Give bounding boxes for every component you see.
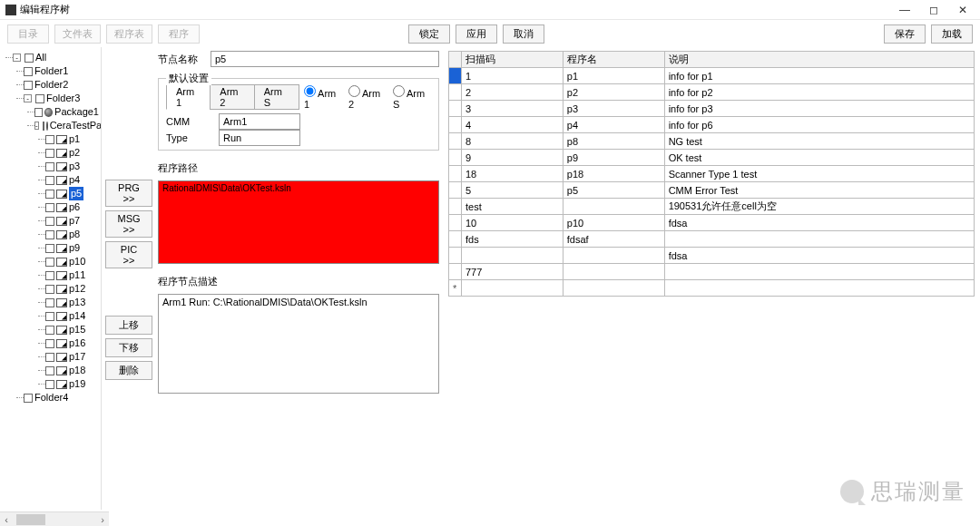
checkbox[interactable] — [45, 380, 54, 389]
col-prog[interactable]: 程序名 — [563, 52, 664, 68]
checkbox[interactable] — [45, 162, 54, 171]
filetable-button[interactable]: 文件表 — [54, 24, 101, 44]
checkbox[interactable] — [45, 203, 54, 212]
load-button[interactable]: 加载 — [931, 24, 973, 44]
checkbox[interactable] — [34, 108, 43, 117]
tree-program[interactable]: p7 — [69, 214, 80, 228]
checkbox[interactable] — [45, 326, 54, 335]
tree-program[interactable]: p4 — [69, 173, 80, 187]
tree-package[interactable]: Package1 — [54, 105, 99, 119]
tree-program[interactable]: p10 — [69, 255, 85, 268]
cmm-input[interactable] — [219, 113, 300, 130]
lock-button[interactable]: 锁定 — [408, 24, 450, 44]
tree-folder[interactable]: Folder3 — [46, 92, 80, 105]
scroll-left-icon[interactable]: ‹ — [0, 514, 13, 525]
proglist-button[interactable]: 程序表 — [106, 24, 152, 44]
checkbox[interactable] — [45, 190, 54, 199]
type-input[interactable] — [219, 130, 300, 146]
tree-program[interactable]: p5 — [69, 187, 83, 200]
checkbox[interactable] — [45, 353, 54, 362]
program-tree[interactable]: -All Folder1 Folder2 -Folder3 Package1 -… — [2, 51, 99, 404]
collapse-icon[interactable]: - — [13, 54, 21, 62]
checkbox[interactable] — [45, 149, 54, 158]
cancel-button[interactable]: 取消 — [503, 24, 544, 44]
table-row[interactable]: fdsfdsaf — [449, 231, 975, 248]
checkbox[interactable] — [45, 271, 54, 280]
data-grid[interactable]: 扫描码 程序名 说明 1p1info for p12p2info for p23… — [448, 51, 975, 297]
col-desc[interactable]: 说明 — [664, 52, 974, 68]
tree-program[interactable]: p12 — [69, 282, 85, 296]
apply-button[interactable]: 应用 — [456, 24, 497, 44]
msg-button[interactable]: MSG >> — [105, 210, 152, 238]
tree-program[interactable]: p11 — [69, 268, 85, 282]
tree-program[interactable]: p13 — [69, 296, 85, 309]
table-row[interactable]: 4p4info for p6 — [449, 117, 975, 133]
table-row[interactable]: 18p18Scanner Type 1 test — [449, 166, 975, 182]
node-name-input[interactable] — [211, 51, 439, 67]
tree-program[interactable]: p6 — [69, 200, 80, 214]
horizontal-scrollbar[interactable]: ‹ › — [0, 511, 109, 526]
arm-tab-1[interactable]: Arm 1 — [166, 84, 211, 110]
maximize-button[interactable]: ◻ — [926, 4, 942, 16]
table-row[interactable]: 3p3info for p3 — [449, 101, 975, 117]
table-row[interactable]: 5p5CMM Error Test — [449, 182, 975, 199]
checkbox[interactable] — [45, 176, 54, 185]
node-desc-box[interactable]: Arm1 Run: C:\RationalDMIS\Data\OKTest.ks… — [158, 294, 439, 394]
checkbox[interactable] — [45, 258, 54, 267]
tree-package[interactable]: CeraTestPack — [50, 119, 102, 132]
tree-program[interactable]: p19 — [69, 377, 85, 391]
prg-button[interactable]: PRG >> — [105, 180, 152, 207]
delete-button[interactable]: 删除 — [105, 361, 152, 380]
tree-program[interactable]: p17 — [69, 350, 85, 364]
tree-root[interactable]: All — [35, 51, 46, 64]
new-row[interactable]: * — [449, 280, 975, 297]
table-row[interactable]: test190531允许任意cell为空 — [449, 199, 975, 215]
movedown-button[interactable]: 下移 — [105, 338, 152, 357]
tree-program[interactable]: p3 — [69, 160, 80, 173]
scroll-right-icon[interactable]: › — [96, 514, 109, 525]
tree-program[interactable]: p18 — [69, 364, 85, 377]
checkbox[interactable] — [45, 135, 54, 144]
checkbox[interactable] — [24, 394, 33, 403]
table-row[interactable]: 9p9OK test — [449, 150, 975, 166]
scroll-thumb[interactable] — [16, 514, 45, 525]
checkbox[interactable] — [24, 54, 34, 63]
arm-tab-2[interactable]: Arm 2 — [210, 84, 254, 110]
tree-folder[interactable]: Folder4 — [34, 391, 68, 404]
tree-program[interactable]: p8 — [69, 228, 80, 241]
checkbox[interactable] — [24, 67, 33, 76]
dir-button[interactable]: 目录 — [7, 24, 49, 44]
checkbox[interactable] — [24, 81, 33, 90]
tree-folder[interactable]: Folder2 — [34, 78, 68, 92]
col-scan[interactable]: 扫描码 — [462, 52, 564, 68]
checkbox[interactable] — [43, 122, 44, 131]
checkbox[interactable] — [45, 339, 54, 348]
program-button[interactable]: 程序 — [158, 24, 200, 44]
close-button[interactable]: ✕ — [955, 4, 971, 16]
checkbox[interactable] — [45, 298, 54, 307]
table-row[interactable]: 2p2info for p2 — [449, 84, 975, 101]
arm-tab-s[interactable]: Arm S — [254, 84, 299, 110]
moveup-button[interactable]: 上移 — [105, 316, 152, 335]
checkbox[interactable] — [45, 217, 54, 226]
table-row[interactable]: 10p10fdsa — [449, 215, 975, 231]
save-button[interactable]: 保存 — [884, 24, 926, 44]
tree-program[interactable]: p16 — [69, 336, 85, 350]
collapse-icon[interactable]: - — [34, 122, 39, 130]
table-row[interactable]: 8p8NG test — [449, 133, 975, 150]
checkbox[interactable] — [45, 312, 54, 321]
tree-program[interactable]: p1 — [69, 132, 80, 146]
table-row[interactable]: fdsa — [449, 248, 975, 264]
pic-button[interactable]: PIC >> — [105, 241, 152, 268]
table-row[interactable]: 777 — [449, 264, 975, 280]
tree-program[interactable]: p15 — [69, 323, 85, 336]
arm-radio-1[interactable]: Arm 1 — [304, 85, 341, 110]
checkbox[interactable] — [45, 285, 54, 294]
arm-radio-2[interactable]: Arm 2 — [348, 85, 386, 110]
checkbox[interactable] — [45, 244, 54, 253]
arm-radio-s[interactable]: Arm S — [393, 85, 431, 110]
tree-program[interactable]: p2 — [69, 146, 80, 160]
table-row[interactable]: 1p1info for p1 — [449, 68, 975, 84]
tree-folder[interactable]: Folder1 — [34, 64, 68, 78]
collapse-icon[interactable]: - — [24, 94, 32, 102]
